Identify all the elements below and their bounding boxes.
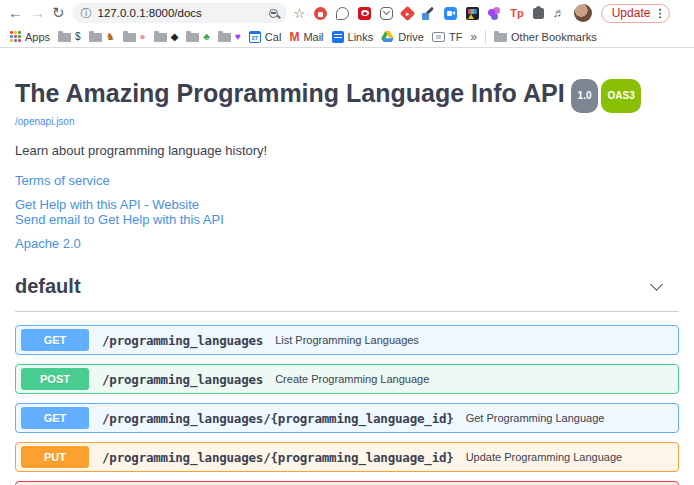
pocket-icon[interactable] — [380, 7, 393, 20]
oas3-badge: OAS3 — [601, 79, 640, 113]
operation-row[interactable]: GET/programming_languagesList Programmin… — [15, 325, 679, 355]
reload-icon[interactable]: ↻ — [52, 0, 65, 26]
bookmark-star-icon[interactable]: ☆ — [294, 6, 306, 21]
tf-label: TF — [449, 31, 462, 43]
other-bookmarks-label: Other Bookmarks — [511, 31, 597, 43]
other-bookmarks[interactable]: Other Bookmarks — [494, 31, 597, 43]
bookmark-apps[interactable]: Apps — [10, 31, 50, 43]
mail-label: Mail — [303, 31, 323, 43]
operation-row[interactable]: DELETE/programming_languages/{programmin… — [15, 481, 679, 485]
api-info-block: The Amazing Programming Language Info AP… — [0, 48, 694, 251]
endpoint-path: /programming_languages — [102, 333, 263, 348]
folder-emoji-icon: ◆ — [171, 31, 179, 43]
apps-label: Apps — [25, 31, 50, 43]
bookmarks-divider — [485, 30, 486, 44]
puzzle-extension-icon[interactable] — [533, 8, 544, 19]
folder-emoji-icon: ♞ — [106, 31, 115, 43]
links-label: Links — [348, 31, 374, 43]
folder-emoji-icon: ♥ — [235, 31, 241, 43]
tp-extension-icon[interactable]: Tp — [510, 7, 523, 20]
tf-icon — [432, 32, 445, 42]
folder-emoji-icon: ● — [140, 31, 146, 43]
bookmark-folder[interactable]: ● — [123, 31, 146, 43]
folder-icon — [58, 33, 71, 42]
version-badge: 1.0 — [571, 79, 599, 113]
operation-row[interactable]: PUT/programming_languages/{programming_l… — [15, 442, 679, 472]
back-icon[interactable]: ← — [8, 0, 23, 26]
contact-links: Get Help with this API - Website Send em… — [15, 197, 679, 227]
profile-avatar[interactable] — [574, 4, 592, 22]
operation-row[interactable]: POST/programming_languagesCreate Program… — [15, 364, 679, 394]
bookmark-folder[interactable]: ♞ — [89, 31, 115, 43]
chevron-down-icon[interactable] — [650, 278, 663, 291]
folder-icon — [123, 33, 136, 42]
calendar-icon: 27 — [249, 31, 261, 43]
drive-label: Drive — [398, 31, 424, 43]
apps-grid-icon — [10, 31, 21, 42]
bookmark-folder[interactable]: $ — [58, 31, 81, 43]
endpoint-path: /programming_languages/{programming_lang… — [102, 411, 454, 426]
browser-toolbar: ← → ↻ ⓘ 127.0.0.1:8000/docs ☆ Tp ♬ Updat… — [0, 0, 694, 26]
bookmark-links[interactable]: Links — [332, 31, 374, 43]
forward-icon[interactable]: → — [30, 0, 45, 26]
website-help-link[interactable]: Get Help with this API - Website — [15, 197, 679, 212]
kebab-menu-icon[interactable]: ⋮ — [654, 7, 665, 20]
gmail-icon: M — [289, 30, 299, 44]
send-diamond-icon[interactable] — [400, 6, 416, 22]
color-picker-icon[interactable] — [422, 7, 435, 20]
bookmark-folder[interactable]: ♥ — [218, 31, 241, 43]
section-title: default — [15, 275, 81, 298]
license-link[interactable]: Apache 2.0 — [15, 236, 679, 251]
bookmark-folder[interactable]: ♣ — [186, 31, 210, 43]
email-help-link[interactable]: Send email to Get Help with this API — [15, 212, 679, 227]
folder-icon — [494, 33, 507, 42]
cal-label: Cal — [265, 31, 282, 43]
method-badge: GET — [21, 329, 89, 351]
folder-icon — [154, 33, 167, 42]
bookmarks-bar: Apps $♞●◆♣♥ 27 Cal M Mail Links Drive TF… — [0, 26, 694, 48]
update-button[interactable]: Update ⋮ — [601, 4, 671, 23]
method-badge: POST — [21, 368, 89, 390]
bookmark-cal[interactable]: 27 Cal — [249, 31, 282, 43]
bookmark-mail[interactable]: M Mail — [289, 30, 323, 44]
media-playlist-icon[interactable]: ♬ — [553, 7, 565, 20]
extensions-strip: Tp ♬ Update ⋮ — [314, 4, 670, 23]
folder-emoji-icon: $ — [75, 31, 81, 43]
update-label: Update — [612, 6, 651, 20]
endpoint-summary: Get Programming Language — [466, 412, 605, 424]
address-bar[interactable]: ⓘ 127.0.0.1:8000/docs — [72, 3, 287, 23]
operations-list: GET/programming_languagesList Programmin… — [15, 325, 679, 485]
method-badge: GET — [21, 407, 89, 429]
default-section-header[interactable]: default — [15, 275, 679, 312]
method-badge: PUT — [21, 446, 89, 468]
cbs-icon[interactable] — [358, 7, 371, 20]
endpoint-summary: List Programming Languages — [275, 334, 419, 346]
chat-bubble-icon[interactable] — [336, 7, 349, 20]
api-title-text: The Amazing Programming Language Info AP… — [15, 79, 565, 107]
api-description: Learn about programming language history… — [15, 143, 679, 158]
bookmark-folders: $♞●◆♣♥ — [58, 31, 241, 43]
folder-icon — [186, 33, 199, 42]
terms-of-service-link[interactable]: Terms of service — [15, 173, 679, 188]
bookmark-tf[interactable]: TF — [432, 31, 462, 43]
bookmark-folder[interactable]: ◆ — [154, 31, 179, 43]
adblock-icon[interactable] — [314, 7, 327, 20]
endpoint-path: /programming_languages/{programming_lang… — [102, 450, 454, 465]
pattern-extension-icon[interactable] — [466, 7, 479, 20]
endpoint-summary: Create Programming Language — [275, 373, 429, 385]
openapi-json-link[interactable]: /openapi.json — [15, 116, 679, 127]
bookmarks-overflow-icon[interactable]: » — [470, 30, 477, 44]
bookmark-drive[interactable]: Drive — [381, 31, 424, 43]
operation-row[interactable]: GET/programming_languages/{programming_l… — [15, 403, 679, 433]
folder-icon — [89, 33, 102, 42]
endpoint-summary: Update Programming Language — [466, 451, 623, 463]
site-info-icon[interactable]: ⓘ — [81, 6, 92, 21]
folder-icon — [218, 33, 231, 42]
folder-emoji-icon: ♣ — [203, 31, 210, 43]
flower-extension-icon[interactable] — [488, 7, 501, 20]
endpoint-path: /programming_languages — [102, 372, 263, 387]
video-camera-icon[interactable] — [444, 7, 457, 20]
swagger-docs-page: The Amazing Programming Language Info AP… — [0, 48, 694, 485]
url-text[interactable]: 127.0.0.1:8000/docs — [98, 7, 263, 19]
zoom-out-icon[interactable] — [269, 9, 278, 18]
